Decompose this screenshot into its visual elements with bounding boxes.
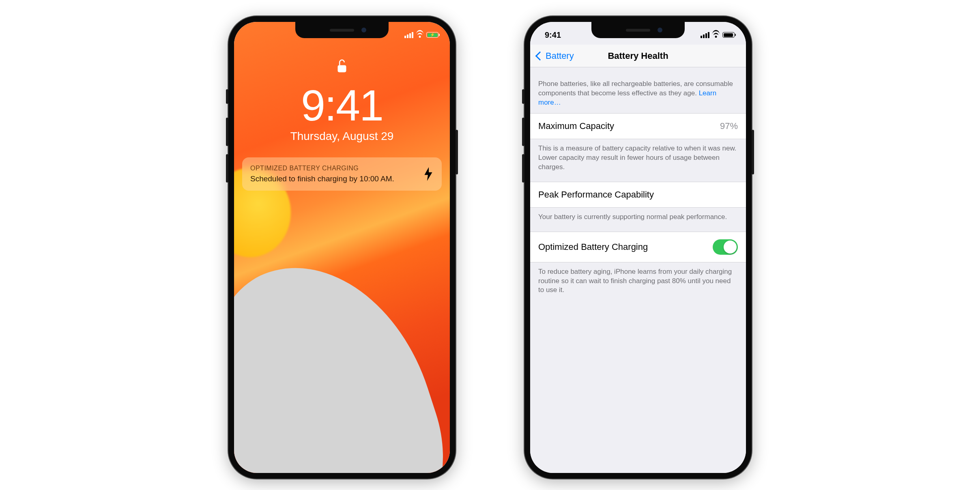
iphone-lock-screen-device: ⚡ 9:41 Thursday, August 29 OPTIMIZED BAT… (228, 16, 456, 479)
lock-screen-date: Thursday, August 29 (290, 130, 394, 143)
max-capacity-footer: This is a measure of battery capacity re… (530, 139, 746, 182)
navigation-bar: Battery Battery Health (530, 45, 746, 67)
lightning-bolt-icon (423, 167, 434, 181)
battery-icon (722, 32, 735, 38)
page-title: Battery Health (608, 51, 668, 61)
notification-body: Scheduled to finish charging by 10:00 AM… (250, 174, 417, 183)
maximum-capacity-cell[interactable]: Maximum Capacity 97% (530, 113, 746, 139)
battery-charging-icon: ⚡ (426, 32, 438, 38)
wifi-icon (712, 32, 720, 38)
wifi-icon (416, 32, 424, 38)
optimized-charging-toggle[interactable] (713, 239, 738, 255)
notification-title: OPTIMIZED BATTERY CHARGING (250, 165, 417, 172)
charging-notification[interactable]: OPTIMIZED BATTERY CHARGING Scheduled to … (242, 157, 442, 191)
optimized-charging-footer: To reduce battery aging, iPhone learns f… (530, 262, 746, 305)
optimized-charging-cell: Optimized Battery Charging (530, 232, 746, 262)
peak-performance-footer: Your battery is currently supporting nor… (530, 208, 746, 232)
back-button[interactable]: Battery (537, 51, 574, 61)
chevron-left-icon (535, 51, 545, 60)
lock-screen-time: 9:41 (301, 84, 383, 127)
svg-rect-0 (338, 65, 346, 73)
max-capacity-label: Maximum Capacity (538, 121, 614, 131)
optimized-charging-label: Optimized Battery Charging (538, 242, 648, 252)
back-label: Battery (546, 51, 574, 61)
unlock-icon (336, 58, 348, 74)
peak-performance-cell[interactable]: Peak Performance Capability (530, 182, 746, 208)
cellular-signal-icon (404, 32, 413, 38)
peak-performance-label: Peak Performance Capability (538, 189, 654, 200)
cellular-signal-icon (701, 32, 709, 38)
intro-description: Phone batteries, like all rechargeable b… (530, 67, 746, 113)
iphone-settings-device: 9:41 Battery Battery Health Phone batter… (524, 16, 752, 479)
status-time: 9:41 (542, 30, 561, 40)
max-capacity-value: 97% (720, 121, 738, 131)
